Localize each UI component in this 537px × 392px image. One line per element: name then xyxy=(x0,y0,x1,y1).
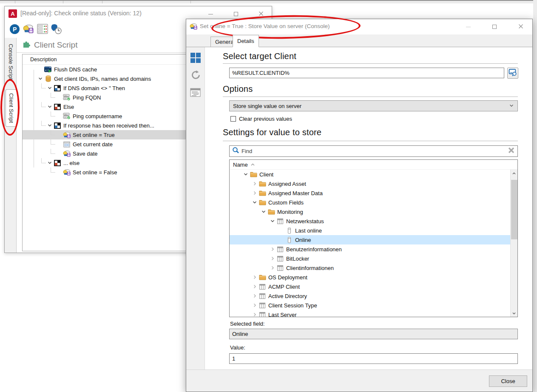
tree-row-flush-dns-cache[interactable]: c:\Flush DNS cache xyxy=(23,65,189,74)
tree-row-save-date[interactable]: Save date xyxy=(23,149,189,158)
dialog-footer: Close xyxy=(186,369,532,392)
tree-row-set-online-false[interactable]: Set online = False xyxy=(23,168,189,177)
section-divider xyxy=(223,141,518,141)
tree-scrollbar[interactable] xyxy=(510,170,517,317)
tree-row-else[interactable]: ... else xyxy=(23,158,189,168)
tree-row-label: Clientinformationen xyxy=(286,265,334,271)
tree-row-get-client-ids-ips-names-and-domains[interactable]: Get client IDs, IPs, names and domains xyxy=(23,74,189,83)
chevron-down-icon[interactable] xyxy=(251,199,258,206)
clear-search-icon[interactable] xyxy=(508,147,515,156)
scroll-up-icon[interactable] xyxy=(511,170,517,177)
store-value-toolbar-button[interactable] xyxy=(23,24,34,35)
tree-row-client-session-type[interactable]: Client Session Type xyxy=(230,301,510,310)
tab-client-script[interactable]: Client Script xyxy=(6,89,17,127)
dialog-titlebar[interactable]: Set online = True : Store Value on serve… xyxy=(186,19,532,34)
tree-row-get-current-date[interactable]: Get current date xyxy=(23,139,189,149)
find-input[interactable] xyxy=(242,148,506,154)
tree-row-client[interactable]: Client xyxy=(230,170,510,179)
clear-previous-values-row: Clear previous values xyxy=(230,116,292,122)
tree-row-assigned-master-data[interactable]: Assigned Master Data xyxy=(230,188,510,198)
tree-connector xyxy=(51,111,55,116)
ping-icon: 255.x xyxy=(63,94,71,101)
chevron-right-icon[interactable] xyxy=(269,255,276,262)
close-button[interactable] xyxy=(255,9,267,19)
clear-previous-values-checkbox[interactable] xyxy=(230,116,236,122)
tree-row-label: Monitoring xyxy=(277,209,303,215)
tree-row-ping-computername[interactable]: 255.xPing computername xyxy=(23,111,189,121)
tree-row-assigned-asset[interactable]: Assigned Asset xyxy=(230,179,510,188)
schedule-toolbar-button[interactable] xyxy=(51,24,62,36)
chevron-down-icon[interactable] xyxy=(242,171,249,178)
tree-row-label: If response has been received then... xyxy=(63,122,154,129)
chevron-right-icon[interactable] xyxy=(269,264,276,271)
chevron-right-icon[interactable] xyxy=(251,283,258,290)
flag-red-icon xyxy=(53,160,62,166)
value-input[interactable] xyxy=(229,353,518,364)
tree-row-label: Active Directory xyxy=(268,293,307,299)
refresh-icon-button[interactable] xyxy=(190,69,202,82)
tree-row-os-deployment[interactable]: OS Deployment xyxy=(230,273,510,282)
chevron-down-icon[interactable] xyxy=(260,208,267,215)
tree-row-bitlocker[interactable]: BitLocker xyxy=(230,254,510,263)
tree-row-active-directory[interactable]: Active Directory xyxy=(230,291,510,301)
phase-toolbar-button[interactable]: P xyxy=(9,24,20,36)
tree-row-label: Netzwerkstatus xyxy=(286,218,324,224)
tree-row-netzwerkstatus[interactable]: Netzwerkstatus xyxy=(230,216,510,226)
scrollbar-thumb[interactable] xyxy=(511,180,517,239)
scroll-down-icon[interactable] xyxy=(511,310,517,317)
chevron-right-icon[interactable] xyxy=(251,311,258,317)
dialog-maximize-button[interactable] xyxy=(488,22,501,32)
chevron-down-icon[interactable] xyxy=(46,122,53,129)
tiles-icon-button[interactable] xyxy=(190,52,201,65)
table-icon xyxy=(276,256,284,262)
folder-icon xyxy=(258,274,267,280)
script-type-tabstrip: Console Script Client Script xyxy=(5,38,17,253)
minimize-button[interactable] xyxy=(204,9,217,19)
dialog-minimize-button[interactable] xyxy=(462,22,474,32)
tree-row-set-online-true[interactable]: Set online = True xyxy=(23,130,189,139)
chevron-down-icon[interactable] xyxy=(46,85,53,91)
maximize-button[interactable] xyxy=(230,9,242,19)
chevron-right-icon[interactable] xyxy=(251,302,258,309)
tree-row-ping-fqdn[interactable]: 255.xPing FQDN xyxy=(23,93,189,102)
tree-row-last-online[interactable]: Last online xyxy=(230,226,510,235)
tree-row-label: Client xyxy=(259,171,273,178)
tree-row-custom-fields[interactable]: Custom Fields xyxy=(230,198,510,207)
close-dialog-button[interactable]: Close xyxy=(489,375,527,387)
report-icon-button[interactable] xyxy=(190,88,201,99)
store-value-dialog: Set online = True : Store Value on serve… xyxy=(186,19,533,392)
chevron-right-icon[interactable] xyxy=(251,180,258,187)
client-script-header: Client Script xyxy=(23,40,77,50)
chevron-right-icon[interactable] xyxy=(251,190,258,196)
tree-row-if-response-has-been-received-then[interactable]: If response has been received then... xyxy=(23,121,189,130)
tree-row-acmp-client[interactable]: ACMP Client xyxy=(230,282,510,291)
chevron-right-icon[interactable] xyxy=(269,246,276,253)
tree-row-clientinformationen[interactable]: Clientinformationen xyxy=(230,263,510,273)
tree-row-online[interactable]: Online xyxy=(230,235,510,244)
tree-row-if-dns-domain-then[interactable]: If DNS domain <> '' Then xyxy=(23,83,189,93)
chevron-down-icon[interactable] xyxy=(46,159,53,166)
store-mode-dropdown[interactable]: Store single value on server xyxy=(229,100,518,111)
browse-client-button[interactable] xyxy=(507,68,518,79)
tree-row-monitoring[interactable]: Monitoring xyxy=(230,207,510,216)
tree-row-else[interactable]: Else xyxy=(23,102,189,111)
client-search-icon xyxy=(509,68,517,78)
chevron-right-icon[interactable] xyxy=(251,293,258,299)
folder-icon xyxy=(249,171,258,177)
target-client-input[interactable] xyxy=(229,68,504,78)
tree-row-benutzerinformationen[interactable]: Benutzerinformationen xyxy=(230,244,510,254)
chevron-placeholder xyxy=(278,236,285,243)
tree-row-last-server[interactable]: Last Server xyxy=(230,310,510,317)
chevron-down-icon[interactable] xyxy=(46,103,53,110)
chevron-down-icon[interactable] xyxy=(37,75,44,82)
tab-console-script[interactable]: Console Script xyxy=(6,40,17,83)
column-icon xyxy=(285,227,293,234)
name-column-header[interactable]: Name xyxy=(230,160,517,170)
tab-details[interactable]: Details xyxy=(233,35,259,47)
dialog-close-button[interactable] xyxy=(514,22,527,32)
chevron-placeholder xyxy=(56,131,63,138)
chevron-right-icon[interactable] xyxy=(251,274,258,281)
server-toolbar-button[interactable] xyxy=(37,24,48,36)
chevron-down-icon[interactable] xyxy=(269,218,276,224)
description-column-header[interactable]: Description xyxy=(23,54,189,65)
